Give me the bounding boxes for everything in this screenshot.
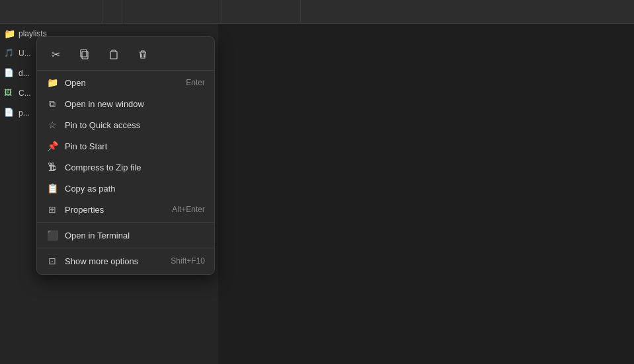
doc-icon: 📄: [4, 108, 15, 118]
context-menu-item-pin-quick-access[interactable]: ☆Pin to Quick access: [37, 114, 214, 135]
file-name: U...: [19, 49, 31, 58]
context-menu-item-open[interactable]: 📁OpenEnter: [37, 72, 214, 93]
context-menu-item-pin-start[interactable]: 📌Pin to Start: [37, 135, 214, 157]
open-new-window-icon: ⧉: [46, 98, 58, 110]
context-menu-item-show-more[interactable]: ⊡Show more optionsShift+F10: [37, 250, 214, 272]
context-menu-separator: [37, 222, 214, 223]
show-more-icon: ⊡: [46, 255, 58, 267]
col-name-header[interactable]: [0, 0, 102, 23]
audio-icon: 🎵: [4, 48, 15, 59]
col-title-header[interactable]: [122, 0, 221, 23]
copy-path-icon: 📋: [46, 182, 58, 194]
properties-icon: ⊞: [46, 203, 58, 215]
file-name: C...: [19, 89, 31, 98]
compress-zip-label: Compress to Zip file: [65, 163, 205, 172]
copy-path-label: Copy as path: [65, 184, 205, 194]
open-terminal-label: Open in Terminal: [65, 231, 205, 240]
pin-start-label: Pin to Start: [65, 141, 205, 151]
open-shortcut: Enter: [186, 78, 205, 87]
paste-button[interactable]: [103, 44, 124, 65]
context-menu-item-properties[interactable]: ⊞PropertiesAlt+Enter: [37, 199, 214, 220]
svg-rect-0: [82, 52, 88, 59]
copy-button[interactable]: [74, 44, 95, 65]
open-terminal-icon: ⬛: [46, 229, 58, 241]
open-label: Open: [65, 78, 179, 88]
context-menu-items: 📁OpenEnter⧉Open in new window☆Pin to Qui…: [37, 72, 214, 272]
explorer-header: [0, 0, 634, 24]
pin-quick-access-label: Pin to Quick access: [65, 120, 205, 130]
properties-label: Properties: [65, 205, 165, 215]
col-artists-header[interactable]: [221, 0, 301, 23]
file-name: d...: [19, 69, 30, 78]
open-icon: 📁: [46, 77, 58, 89]
show-more-label: Show more options: [65, 256, 164, 266]
file-name: p...: [19, 108, 30, 118]
col-album-header[interactable]: [301, 0, 634, 23]
context-menu-icon-row: ✂: [37, 40, 214, 71]
properties-shortcut: Alt+Enter: [172, 205, 205, 214]
right-panel: [218, 24, 634, 364]
cut-button[interactable]: ✂: [45, 44, 66, 65]
compress-zip-icon: 🗜: [46, 161, 58, 173]
pin-start-icon: 📌: [46, 140, 58, 152]
context-menu-item-open-new-window[interactable]: ⧉Open in new window: [37, 93, 214, 114]
pin-quick-access-icon: ☆: [46, 119, 58, 131]
context-menu-separator: [37, 248, 214, 248]
context-menu-item-open-terminal[interactable]: ⬛Open in Terminal: [37, 225, 214, 246]
show-more-shortcut: Shift+F10: [171, 256, 205, 266]
context-menu: ✂ 📁OpenEnter⧉Open in new window☆Pin to Q…: [36, 36, 215, 275]
context-menu-item-compress-zip[interactable]: 🗜Compress to Zip file: [37, 157, 214, 178]
doc-icon: 📄: [4, 68, 15, 79]
folder-icon: 📁: [4, 28, 15, 39]
open-new-window-label: Open in new window: [65, 99, 205, 109]
svg-rect-1: [81, 50, 87, 57]
img-icon: 🖼: [4, 88, 15, 98]
delete-button[interactable]: [132, 44, 153, 65]
context-menu-item-copy-path[interactable]: 📋Copy as path: [37, 178, 214, 199]
svg-rect-2: [110, 52, 117, 59]
col-hash-header[interactable]: [102, 0, 122, 23]
